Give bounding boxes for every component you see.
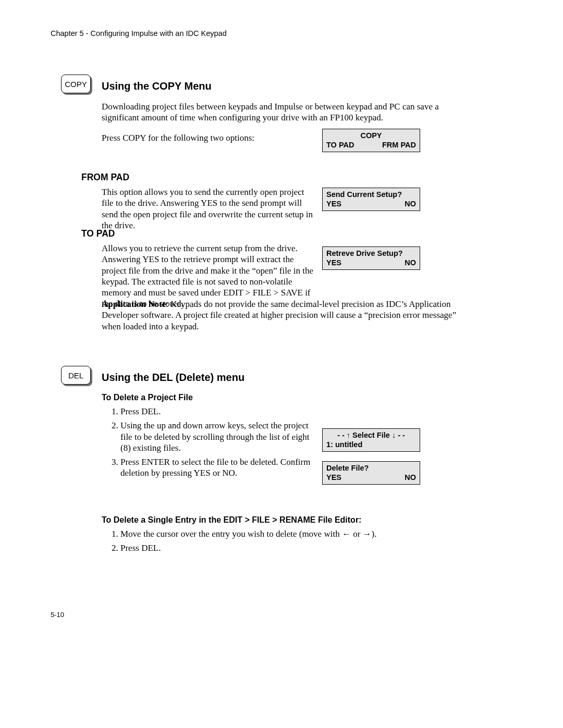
heading-from-pad: FROM PAD [81, 172, 129, 183]
heading-using-del: Using the DEL (Delete) menu [102, 371, 244, 384]
lcd-option-to-pad: TO PAD [326, 140, 354, 150]
arrow-left-icon: ← [342, 529, 351, 539]
copy-key-icon: COPY [61, 75, 91, 93]
copy-press-line: Press COPY for the following two options… [102, 132, 315, 143]
delete-project-steps: Press DEL. Using the up and down arrow k… [102, 406, 318, 482]
lcd-retrieve-drive-setup: Retreve Drive Setup? YES NO [322, 246, 420, 270]
lcd-send-current-setup: Send Current Setup? YES NO [322, 188, 420, 211]
arrow-up-icon: ↑ [347, 431, 350, 439]
lcd-delete-file: Delete File? YES NO [322, 461, 420, 485]
lcd-line-1: - - ↑ Select File ↓ - - [337, 430, 405, 440]
heading-delete-project-file: To Delete a Project File [102, 392, 193, 403]
copy-intro: Downloading project files between keypad… [102, 101, 467, 124]
lcd-title: Delete File? [326, 463, 369, 473]
lcd-option-frm-pad: FRM PAD [382, 140, 416, 150]
list-item: Move the cursor over the entry you wish … [120, 528, 467, 539]
page-number: 5-10 [51, 611, 64, 619]
lcd-yes: YES [326, 473, 341, 482]
heading-to-pad: TO PAD [81, 228, 115, 240]
running-head: Chapter 5 - Configuring Impulse with an … [51, 29, 227, 38]
application-note: Application Note: Keypads do not provide… [102, 299, 467, 332]
lcd-yes: YES [326, 199, 341, 208]
lcd-copy-menu: COPY TO PAD FRM PAD [322, 129, 420, 152]
lcd-line-2: 1: untitled [326, 440, 362, 449]
list-item: Using the up and down arrow keys, select… [120, 420, 318, 453]
lcd-select-file: - - ↑ Select File ↓ - - 1: untitled [322, 428, 420, 452]
page: Chapter 5 - Configuring Impulse with an … [0, 0, 563, 728]
lcd-title: Send Current Setup? [326, 190, 402, 199]
lcd-no: NO [405, 258, 416, 267]
lcd-title: Retreve Drive Setup? [326, 249, 403, 258]
lcd-title: COPY [326, 131, 416, 140]
list-item: Press ENTER to select the file to be del… [120, 456, 318, 479]
list-item: Press DEL. [120, 542, 467, 553]
application-note-label: Application Note [102, 299, 166, 309]
lcd-no: NO [405, 199, 416, 208]
lcd-no: NO [405, 473, 416, 482]
arrow-right-icon: → [363, 529, 372, 539]
delete-single-entry-steps: Move the cursor over the entry you wish … [102, 528, 467, 557]
heading-using-copy: Using the COPY Menu [102, 80, 212, 93]
heading-delete-single-entry: To Delete a Single Entry in the EDIT > F… [102, 515, 467, 525]
from-pad-body: This option allows you to send the curre… [102, 187, 315, 231]
lcd-yes: YES [326, 258, 341, 267]
list-item: Press DEL. [120, 406, 318, 417]
del-key-icon: DEL [61, 366, 91, 385]
